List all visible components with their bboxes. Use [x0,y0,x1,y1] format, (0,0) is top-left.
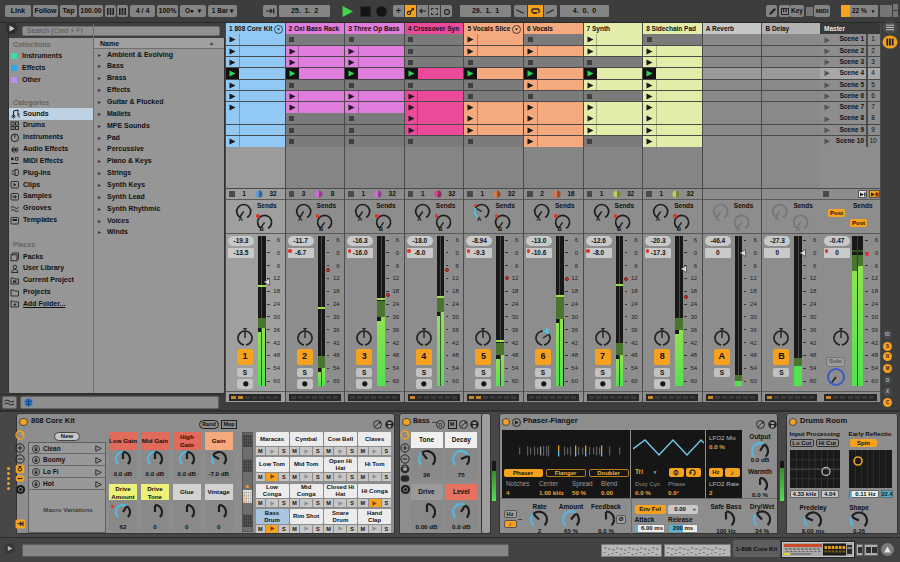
svg-text:R: R [438,421,443,427]
